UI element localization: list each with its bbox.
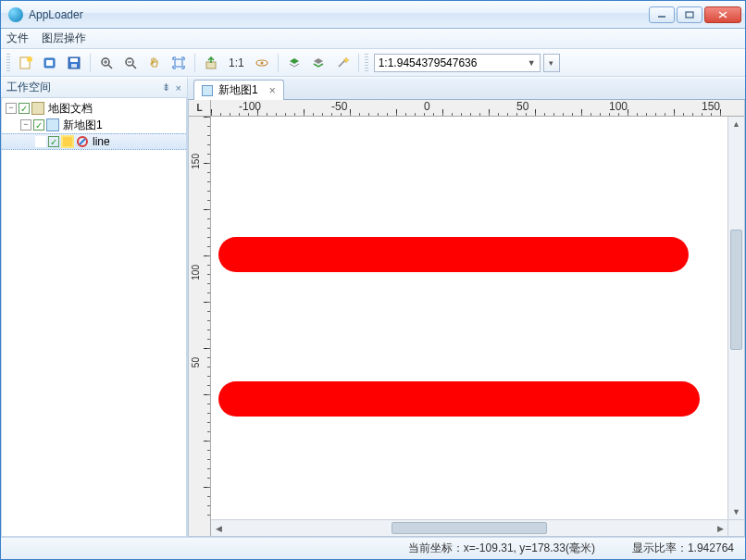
canvas-body: 15010050 ▲ ▼ bbox=[189, 117, 744, 519]
ruler-scroll-spacer bbox=[727, 100, 744, 117]
toolbar-sep bbox=[194, 54, 195, 72]
menu-layer-ops[interactable]: 图层操作 bbox=[42, 31, 86, 46]
ruler-top-row: L -100-50050100150 bbox=[189, 100, 744, 117]
canvas-area: L -100-50050100150 15010050 ▲ ▼ bbox=[188, 100, 745, 537]
checkbox[interactable]: ✓ bbox=[19, 103, 30, 114]
titlebar[interactable]: AppLoader bbox=[1, 1, 745, 29]
identify-icon[interactable] bbox=[252, 53, 272, 73]
tab-label: 新地图1 bbox=[218, 82, 258, 98]
ruler-corner: L bbox=[189, 100, 211, 117]
workspace-title: 工作空间 bbox=[6, 80, 156, 95]
statusbar: 当前坐标：x=-109.31, y=178.33(毫米) 显示比率：1.9427… bbox=[1, 537, 745, 559]
status-scale: 显示比率：1.942764 bbox=[632, 541, 734, 556]
toolbar-sep bbox=[90, 54, 91, 72]
workspace-panel: 工作空间 ⇟ × − ✓ 地图文档 − ✓ 新地图1 bbox=[1, 78, 188, 537]
tree-root-label: 地图文档 bbox=[46, 101, 93, 117]
hscroll-row: ◀ ▶ bbox=[189, 519, 744, 536]
scroll-corner bbox=[727, 519, 744, 536]
panel-close-icon[interactable]: × bbox=[176, 82, 181, 93]
svg-rect-10 bbox=[71, 64, 77, 68]
line-symbol-icon bbox=[76, 135, 89, 148]
zoom-out-icon[interactable] bbox=[120, 53, 141, 73]
scale-value: 1:1.9454379547636 bbox=[379, 56, 478, 69]
tree-layer-label: line bbox=[91, 135, 110, 148]
export-icon[interactable] bbox=[201, 53, 221, 73]
pin-icon[interactable]: ⇟ bbox=[162, 81, 170, 93]
checkbox[interactable]: ✓ bbox=[48, 136, 59, 147]
toolbar-grip bbox=[365, 54, 368, 72]
folder-icon bbox=[31, 102, 44, 115]
scale-combobox[interactable]: 1:1.9454379547636 ▼ bbox=[374, 54, 541, 72]
main-area: 新地图1 × L -100-50050100150 15010050 ▲ ▼ bbox=[188, 78, 745, 537]
scroll-right-icon[interactable]: ▶ bbox=[713, 520, 727, 536]
scroll-down-icon[interactable]: ▼ bbox=[728, 504, 744, 519]
scale-dropdown-button[interactable]: ▾ bbox=[543, 54, 560, 72]
layer-icon bbox=[61, 135, 74, 148]
workspace-tree[interactable]: − ✓ 地图文档 − ✓ 新地图1 ✓ line bbox=[1, 98, 187, 537]
toolbar-sep bbox=[358, 54, 359, 72]
map-icon bbox=[46, 118, 59, 131]
svg-point-5 bbox=[27, 56, 32, 62]
ruler-vertical: 15010050 bbox=[189, 117, 211, 519]
body: 工作空间 ⇟ × − ✓ 地图文档 − ✓ 新地图1 bbox=[1, 77, 745, 537]
window-title: AppLoader bbox=[29, 8, 649, 21]
map-icon bbox=[202, 85, 213, 96]
collapse-icon[interactable]: − bbox=[6, 103, 17, 114]
svg-rect-24 bbox=[63, 137, 72, 146]
app-icon bbox=[8, 7, 23, 22]
svg-line-16 bbox=[132, 65, 136, 68]
scroll-thumb[interactable] bbox=[392, 522, 546, 534]
tree-map-label: 新地图1 bbox=[61, 118, 103, 133]
vertical-scrollbar[interactable]: ▲ ▼ bbox=[727, 117, 744, 519]
hscroll-spacer bbox=[189, 519, 211, 536]
save-icon[interactable] bbox=[64, 53, 84, 73]
scroll-thumb[interactable] bbox=[730, 230, 742, 351]
chevron-down-icon: ▼ bbox=[528, 58, 536, 68]
collapse-icon[interactable]: − bbox=[20, 119, 31, 131]
svg-line-12 bbox=[108, 65, 112, 68]
toolbar: 1:1 1:1.9454379547636 ▼ ▾ bbox=[1, 49, 745, 77]
layer-up-icon[interactable] bbox=[284, 53, 305, 73]
checkbox[interactable]: ✓ bbox=[33, 119, 44, 131]
map-canvas[interactable] bbox=[211, 117, 727, 519]
workspace-header: 工作空间 ⇟ × bbox=[1, 78, 187, 98]
ratio-label: 1:1 bbox=[225, 56, 248, 69]
full-extent-icon[interactable] bbox=[168, 53, 189, 73]
maximize-button[interactable] bbox=[677, 6, 702, 23]
tree-map[interactable]: − ✓ 新地图1 bbox=[2, 117, 186, 133]
toolbar-grip bbox=[6, 54, 10, 72]
svg-rect-7 bbox=[46, 60, 53, 66]
menu-file[interactable]: 文件 bbox=[6, 31, 29, 46]
close-button[interactable] bbox=[704, 6, 741, 23]
svg-rect-9 bbox=[70, 58, 78, 62]
svg-rect-1 bbox=[686, 12, 693, 18]
open-icon[interactable] bbox=[40, 53, 60, 73]
new-icon[interactable] bbox=[16, 53, 36, 73]
scroll-left-icon[interactable]: ◀ bbox=[211, 520, 226, 536]
line-feature[interactable] bbox=[218, 237, 689, 272]
tabstrip: 新地图1 × bbox=[188, 78, 745, 100]
line-feature[interactable] bbox=[218, 381, 700, 417]
expand-spacer bbox=[35, 136, 46, 147]
tree-root[interactable]: − ✓ 地图文档 bbox=[2, 100, 186, 117]
layer-down-icon[interactable] bbox=[308, 53, 329, 73]
ruler-horizontal: -100-50050100150 bbox=[211, 100, 727, 117]
horizontal-scrollbar[interactable]: ◀ ▶ bbox=[211, 519, 727, 536]
app-window: AppLoader 文件 图层操作 1:1 1:1.9454379547 bbox=[0, 0, 746, 560]
tree-layer[interactable]: ✓ line bbox=[2, 133, 186, 150]
menubar: 文件 图层操作 bbox=[1, 29, 745, 49]
svg-point-21 bbox=[260, 61, 263, 64]
zoom-in-icon[interactable] bbox=[96, 53, 117, 73]
pan-icon[interactable] bbox=[144, 53, 165, 73]
minimize-button[interactable] bbox=[649, 6, 675, 23]
status-coord: 当前坐标：x=-109.31, y=178.33(毫米) bbox=[408, 541, 595, 556]
tab-close-icon[interactable]: × bbox=[269, 84, 276, 97]
svg-rect-19 bbox=[206, 62, 216, 68]
svg-rect-18 bbox=[175, 59, 182, 67]
wand-icon[interactable] bbox=[332, 53, 353, 73]
scroll-up-icon[interactable]: ▲ bbox=[728, 117, 744, 131]
tab-map[interactable]: 新地图1 × bbox=[193, 80, 284, 100]
toolbar-sep bbox=[278, 54, 279, 72]
window-controls bbox=[649, 6, 741, 23]
